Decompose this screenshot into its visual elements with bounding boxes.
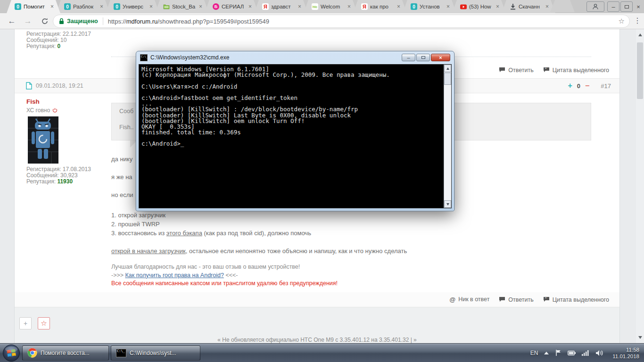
secure-indicator[interactable]: Защищено: [59, 18, 98, 25]
scroll-down-icon[interactable]: [636, 334, 644, 341]
tab-label: Скачанн: [519, 4, 543, 9]
url-text[interactable]: https://mdforum.ru/showthread.php?p=1595…: [108, 18, 615, 25]
tab-close-icon[interactable]: ×: [446, 4, 450, 9]
yandex-favicon: Я: [262, 3, 269, 10]
profile-button[interactable]: [586, 1, 604, 12]
tray-expand-icon[interactable]: [544, 352, 549, 354]
tab-close-icon[interactable]: ×: [199, 4, 202, 9]
nick-reply-button[interactable]: @Ник в ответ: [449, 296, 489, 303]
post-actions-bottom: @Ник в ответ Ответить "Цитата выделенног…: [449, 296, 609, 303]
cmd-close-button[interactable]: ×: [431, 54, 450, 61]
tab-close-icon[interactable]: ×: [298, 4, 301, 9]
tab-welcome[interactable]: htc Welcom ×: [304, 0, 357, 13]
post-date: 09.01.2018, 19:21: [36, 82, 83, 89]
console-scrollbar[interactable]: [444, 65, 451, 208]
tab-close-icon[interactable]: ×: [100, 4, 103, 9]
scroll-up-icon[interactable]: [636, 31, 644, 39]
address-bar[interactable]: Защищено https://mdforum.ru/showthread.p…: [53, 15, 630, 28]
tab-close-icon[interactable]: ×: [496, 4, 499, 9]
taskbar-chrome-task[interactable]: Помогите восста...: [22, 346, 109, 361]
tab-ustanov[interactable]: 0 Установ ×: [403, 0, 456, 13]
task-label: C:\Windows\syst...: [130, 350, 176, 356]
forward-icon: →: [24, 16, 32, 25]
post-author-title: ХС говно: [26, 107, 58, 114]
vote-up-button[interactable]: +: [568, 82, 572, 90]
quote-selected-button[interactable]: "Цитата выделенного: [543, 296, 609, 303]
forward-button[interactable]: →: [22, 15, 34, 27]
back-icon: ←: [8, 16, 16, 25]
tab-downloads[interactable]: Скачанн ×: [502, 0, 555, 13]
post-doc-icon[interactable]: [26, 82, 32, 90]
thread-pager[interactable]: « Не обновляется официально HTC One M9 с…: [15, 337, 619, 343]
system-tray: EN 11:58 11.01.2018: [530, 346, 644, 360]
start-button[interactable]: [2, 344, 20, 362]
reply-button[interactable]: Ответить: [499, 67, 533, 74]
battery-icon[interactable]: [568, 350, 576, 356]
kebab-icon: ⋮: [634, 16, 641, 25]
volume-icon[interactable]: [595, 350, 603, 356]
tab-close-icon[interactable]: ×: [248, 4, 252, 9]
scrollbar-thumb[interactable]: [637, 42, 643, 99]
vote-down-button[interactable]: −: [585, 82, 589, 90]
network-signal-icon[interactable]: [582, 350, 589, 356]
list-item: 3. восстановись из этого бэкапа (как раз…: [111, 229, 311, 238]
tab-close-icon[interactable]: ×: [545, 4, 549, 9]
post-author-name[interactable]: Fish: [26, 98, 40, 105]
back-button[interactable]: ←: [6, 15, 18, 27]
console-scroll-down-icon[interactable]: [444, 200, 451, 208]
reload-button[interactable]: [39, 15, 51, 27]
instruction-list: 1. открой загрузчик 2. прошей TWRP 3. во…: [111, 211, 311, 238]
console-output[interactable]: Microsoft Windows [Version 6.1.7601] (c)…: [139, 64, 452, 208]
cmd-title-bar[interactable]: C:\_ C:\Windows\system32\cmd.exe – ×: [136, 51, 454, 64]
tab-serial[interactable]: Б СЕРИАЛ ×: [205, 0, 258, 13]
post-number[interactable]: #17: [601, 82, 611, 90]
cmd-restore-button[interactable]: [416, 54, 430, 61]
window-restore-button[interactable]: [620, 1, 633, 12]
svg-text:": ": [545, 297, 546, 300]
avatar[interactable]: [28, 116, 58, 164]
page-scrollbar[interactable]: [636, 29, 644, 343]
tab-close-icon[interactable]: ×: [149, 4, 153, 9]
quote-selected-button[interactable]: "Цитата выделенного: [543, 67, 609, 74]
browser-menu-button[interactable]: ⋮: [633, 16, 642, 25]
restore-icon: [625, 5, 629, 8]
tab-close-icon[interactable]: ×: [347, 4, 351, 9]
cmd-minimize-button[interactable]: –: [402, 54, 415, 61]
window-close-button[interactable]: ×: [634, 1, 643, 12]
bootloader-link[interactable]: открой в начале загрузчик: [111, 247, 186, 255]
tab-close-icon[interactable]: ×: [397, 4, 400, 9]
tab-close-icon[interactable]: ×: [50, 4, 54, 9]
action-center-flag-icon[interactable]: [555, 349, 561, 356]
author-stats: Регистрация: 17.08.2013 Сообщений: 30,92…: [26, 166, 91, 185]
rate-thread-button[interactable]: ☆: [38, 317, 50, 329]
taskbar-cmd-task[interactable]: C:\_ C:\Windows\syst...: [111, 346, 200, 361]
tab-youtube[interactable]: (53) How ×: [452, 0, 506, 13]
tab-univers[interactable]: 0 Универс ×: [106, 0, 159, 13]
person-icon: [592, 3, 599, 10]
tab-razblok[interactable]: 0 Разблок ×: [56, 0, 110, 13]
tab-label: здравст: [271, 4, 296, 9]
list-item: 2. прошей TWRP: [111, 220, 311, 229]
tab-label: Разблок: [73, 4, 98, 9]
tab-label: Помогит: [24, 4, 48, 9]
multiquote-button[interactable]: +: [19, 317, 32, 329]
star-icon: ☆: [41, 319, 47, 328]
cmd-icon: C:\_: [116, 349, 126, 357]
root-guide-link[interactable]: Как получить root права на Android?: [125, 272, 224, 279]
minimize-icon: –: [407, 55, 410, 60]
bookmark-star-icon[interactable]: ☆: [619, 17, 625, 25]
tab-kak-pro[interactable]: Я как про ×: [353, 0, 407, 13]
language-indicator[interactable]: EN: [530, 350, 538, 356]
taskbar-clock[interactable]: 11:58 11.01.2018: [610, 346, 639, 360]
new-tab-button[interactable]: [550, 0, 575, 12]
tab-zdravst[interactable]: Я здравст ×: [254, 0, 308, 13]
cmd-window[interactable]: C:\_ C:\Windows\system32\cmd.exe – × Mic…: [136, 51, 454, 211]
download-favicon: [510, 3, 516, 10]
backup-link[interactable]: этого бэкапа: [166, 230, 202, 237]
tab-stock[interactable]: Stock_Ba ×: [155, 0, 209, 13]
console-scrollbar-thumb[interactable]: [444, 73, 451, 85]
reply-button[interactable]: Ответить: [499, 296, 533, 303]
tab-pomogite[interactable]: 0 Помогит ×: [7, 0, 60, 13]
console-scroll-up-icon[interactable]: [444, 65, 451, 72]
window-minimize-button[interactable]: –: [607, 1, 619, 12]
